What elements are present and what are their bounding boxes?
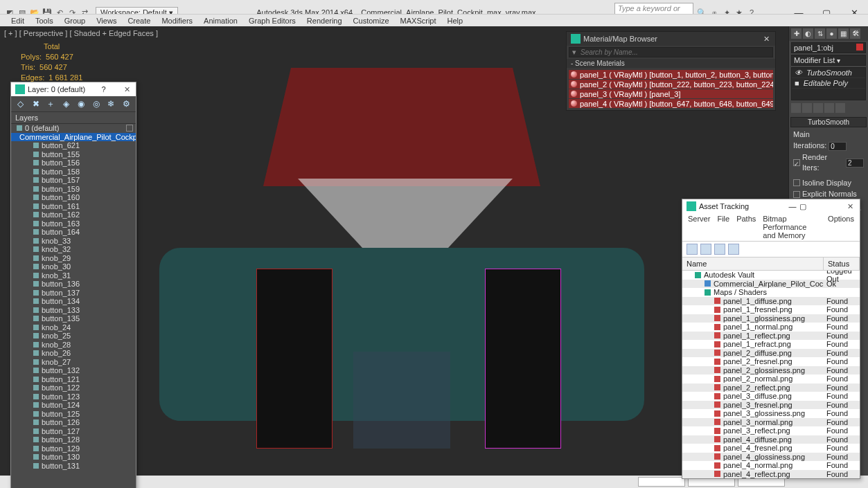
layer-row[interactable]: knob_26 — [11, 349, 136, 358]
asset-col-name[interactable]: Name — [682, 257, 824, 270]
layer-row[interactable]: knob_27 — [11, 358, 136, 367]
object-color-swatch[interactable] — [856, 44, 863, 51]
asset-row[interactable]: panel_4_reflect.pngFound — [682, 470, 860, 479]
x-coord-input[interactable] — [638, 477, 685, 487]
asset-row[interactable]: panel_4_diffuse.pngFound — [682, 435, 860, 444]
layer-row[interactable]: button_128 — [11, 435, 136, 444]
asset-row[interactable]: panel_2_normal.pngFound — [682, 374, 860, 383]
delete-layer-icon[interactable]: ✖ — [30, 98, 42, 109]
layer-row[interactable]: button_137 — [11, 289, 136, 298]
asset-row[interactable]: panel_1_normal.pngFound — [682, 323, 860, 332]
layer-list[interactable]: 0 (default)Commercial_Airplane_Pilot_Coc… — [11, 124, 136, 488]
asset-col-status[interactable]: Status — [824, 257, 860, 270]
render-iters-spinner[interactable] — [846, 159, 864, 168]
menu-graph-editors[interactable]: Graph Editors — [243, 15, 301, 26]
layer-row[interactable]: button_163 — [11, 219, 136, 228]
layer-props-icon[interactable]: ⚙ — [121, 98, 132, 109]
asset-menu-file[interactable]: File — [717, 215, 729, 240]
isoline-checkbox[interactable] — [793, 179, 800, 186]
add-to-layer-icon[interactable]: ＋ — [46, 98, 57, 109]
configure-sets-icon[interactable] — [835, 103, 845, 113]
asset-dialog-max[interactable]: ▢ — [799, 202, 806, 211]
menu-tools[interactable]: Tools — [30, 15, 59, 26]
command-panel-tabs[interactable]: ✚ ◐ ⇅ ● ▦ 🛠 — [789, 26, 868, 41]
modifier-list-dropdown[interactable]: Modifier List ▾ — [791, 55, 866, 66]
show-end-result-icon[interactable] — [802, 103, 812, 113]
layer-row[interactable]: button_123 — [11, 392, 136, 401]
modifier-stack[interactable]: 👁 TurboSmooth ■ Editable Poly — [791, 67, 866, 100]
material-browser-title[interactable]: Material/Map Browser ✕ — [567, 32, 775, 46]
layer-row[interactable]: button_134 — [11, 297, 136, 306]
material-browser-close-icon[interactable]: ✕ — [761, 35, 771, 44]
asset-menu-server[interactable]: Server — [688, 215, 710, 240]
material-row[interactable]: panel_2 ( VRayMtl ) [button_222, button_… — [569, 80, 773, 89]
make-unique-icon[interactable] — [813, 103, 823, 113]
asset-row[interactable]: panel_1_glossiness.pngFound — [682, 314, 860, 323]
iterations-spinner[interactable] — [829, 142, 847, 151]
material-search-input[interactable] — [579, 48, 772, 57]
layer-row[interactable]: button_131 — [11, 462, 136, 471]
layer-row[interactable]: knob_33 — [11, 237, 136, 246]
layer-row[interactable]: button_158 — [11, 168, 136, 177]
layer-row[interactable]: button_161 — [11, 202, 136, 211]
asset-row[interactable]: panel_2_diffuse.pngFound — [682, 349, 860, 358]
material-row[interactable]: panel_3 ( VRayMtl ) [panel_3] — [569, 89, 773, 98]
new-layer-icon[interactable]: ◇ — [15, 98, 26, 109]
asset-menu-paths[interactable]: Paths — [736, 215, 756, 240]
menu-customize[interactable]: Customize — [348, 15, 395, 26]
asset-row[interactable]: panel_1_refract.pngFound — [682, 340, 860, 349]
menu-maxscript[interactable]: MAXScript — [395, 15, 442, 26]
asset-row[interactable]: Maps / Shaders — [682, 288, 860, 297]
menu-rendering[interactable]: Rendering — [301, 15, 348, 26]
object-name-field[interactable]: panel_1:obj — [791, 42, 866, 53]
hide-layer-icon[interactable]: ◎ — [91, 98, 102, 109]
layer-row[interactable]: button_135 — [11, 314, 136, 323]
asset-row[interactable]: Autodesk VaultLogged Out — [682, 271, 860, 280]
display-tab-icon[interactable]: ▦ — [838, 28, 849, 39]
asset-table-header[interactable]: Name Status — [682, 257, 860, 271]
render-iters-checkbox[interactable] — [793, 159, 800, 166]
asset-row[interactable]: panel_3_fresnel.pngFound — [682, 401, 860, 410]
material-row[interactable]: panel_4 ( VRayMtl ) [button_647, button_… — [569, 99, 773, 108]
asset-row[interactable]: panel_4_fresnel.pngFound — [682, 444, 860, 453]
freeze-layer-icon[interactable]: ❄ — [106, 98, 117, 109]
asset-row[interactable]: panel_2_fresnel.pngFound — [682, 357, 860, 366]
select-layer-objects-icon[interactable]: ◈ — [60, 98, 71, 109]
menu-help[interactable]: Help — [442, 15, 469, 26]
asset-dialog-title[interactable]: Asset Tracking — ▢ ✕ — [682, 199, 860, 213]
turbosmooth-rollout-header[interactable]: TurboSmooth — [790, 117, 867, 127]
asset-list-icon[interactable] — [700, 244, 711, 255]
menu-create[interactable]: Create — [122, 15, 156, 26]
asset-dialog-close-icon[interactable]: ✕ — [846, 202, 856, 211]
material-browser-dialog[interactable]: Material/Map Browser ✕ ▾ - Scene Materia… — [566, 31, 776, 111]
remove-modifier-icon[interactable] — [824, 103, 834, 113]
asset-dialog-min[interactable]: — — [789, 202, 797, 210]
create-tab-icon[interactable]: ✚ — [791, 28, 801, 39]
layer-dialog-close-icon[interactable]: ✕ — [122, 85, 132, 94]
layer-dialog-help[interactable]: ? — [102, 85, 106, 93]
asset-row[interactable]: panel_2_glossiness.pngFound — [682, 366, 860, 375]
menu-edit[interactable]: Edit — [6, 15, 30, 26]
layer-row[interactable]: 0 (default) — [11, 124, 136, 133]
layer-row[interactable]: button_127 — [11, 427, 136, 436]
asset-thumb-icon[interactable] — [728, 244, 739, 255]
menu-animation[interactable]: Animation — [198, 15, 243, 26]
layer-row[interactable]: button_133 — [11, 306, 136, 315]
layer-column-header[interactable]: Layers — [11, 111, 136, 124]
layer-row[interactable]: button_122 — [11, 383, 136, 392]
asset-tree-icon[interactable] — [714, 244, 725, 255]
asset-refresh-icon[interactable] — [687, 244, 698, 255]
layer-row[interactable]: button_125 — [11, 410, 136, 419]
layer-row[interactable]: button_156 — [11, 159, 136, 168]
layer-row[interactable]: button_136 — [11, 280, 136, 289]
layer-row[interactable]: knob_32 — [11, 245, 136, 254]
layer-row[interactable]: knob_31 — [11, 271, 136, 280]
layer-row[interactable]: button_162 — [11, 210, 136, 219]
asset-menu-bitmap-performance-and-memory[interactable]: Bitmap Performance and Memory — [763, 215, 821, 240]
asset-row[interactable]: Commercial_Airplane_Pilot_Cockpit_max_vr… — [682, 280, 860, 289]
utilities-tab-icon[interactable]: 🛠 — [850, 28, 860, 39]
asset-row[interactable]: panel_3_reflect.pngFound — [682, 426, 860, 435]
menu-group[interactable]: Group — [59, 15, 91, 26]
asset-menu-options[interactable]: Options — [828, 215, 854, 240]
layer-visible-checkbox[interactable] — [126, 125, 133, 132]
